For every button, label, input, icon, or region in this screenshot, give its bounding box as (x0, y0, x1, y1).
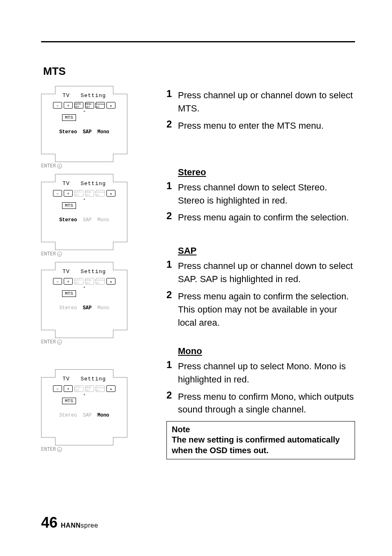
antenna-icon: Ψ (64, 385, 73, 392)
option-mono: Mono (97, 129, 109, 135)
enter-label: ENTER ↻ (41, 339, 127, 345)
osd-options-row: Stereo SAP Mono (46, 217, 123, 223)
osd-options-row: Stereo SAP Mono (46, 412, 123, 418)
channel-set-icon: Channel Set (96, 190, 105, 197)
page-number: 46 (41, 514, 58, 531)
osd-diagram-mono: TV Setting ▭ Ψ AUTO SET MENU SET Channel… (41, 369, 127, 452)
step-text: Press menu to confirm Mono, which output… (178, 389, 355, 417)
menu-set-icon: MENU SET (85, 190, 94, 197)
osd-options-row: Stereo SAP Mono (46, 305, 123, 311)
enter-icon: ↻ (57, 340, 62, 345)
enter-label: ENTER § (41, 163, 127, 169)
arrow-indicator: ▴ (46, 392, 123, 396)
note-title: Note (172, 425, 350, 434)
note-box: Note The new setting is confirmed automa… (166, 421, 355, 459)
option-sap: SAP (83, 129, 92, 135)
auto-set-icon: AUTO SET (74, 278, 83, 285)
step-number: 2 (166, 118, 174, 132)
sap-heading: SAP (178, 246, 355, 256)
option-mono: Mono (97, 412, 109, 418)
step-number: 1 (166, 88, 174, 115)
channel-set-icon: Channel Set (96, 102, 105, 109)
osd-icon-row: ▭ Ψ AUTO SET MENU SET Channel Set ◉ (46, 190, 123, 197)
tv-icon: ▭ (53, 385, 62, 392)
arrow-indicator: ▴ (46, 285, 123, 289)
cc-icon: ◉ (106, 190, 115, 197)
mts-label-box: MTS (62, 202, 76, 209)
osd-title: TV Setting (46, 376, 123, 382)
antenna-icon: Ψ (64, 102, 73, 109)
step-number: 2 (166, 289, 174, 329)
channel-set-icon: Channel Set (96, 385, 105, 392)
section-title-mts: MTS (43, 65, 355, 78)
enter-icon: ↻ (57, 447, 62, 452)
stereo-heading: Stereo (178, 167, 355, 178)
osd-diagrams-column: TV Setting ▭ Ψ AUTO SET MENU SET Channel… (41, 86, 127, 459)
intro-steps: 1 Press channel up or channel down to se… (166, 88, 355, 132)
note-text: The new setting is confirmed automatical… (172, 434, 350, 456)
mts-label-box: MTS (62, 290, 76, 297)
osd-icon-row: ▭ Ψ AUTO SET MENU SET Channel Set ◉ (46, 385, 123, 392)
step-2: 2 Press menu to enter the MTS menu. (166, 118, 355, 132)
osd-options-row: Stereo SAP Mono (46, 129, 123, 135)
channel-set-icon: Channel Set (96, 278, 105, 285)
auto-set-icon: AUTO SET (74, 385, 83, 392)
header-divider (41, 41, 355, 42)
cc-icon: ◉ (106, 102, 115, 109)
step-number: 1 (166, 259, 174, 286)
menu-set-icon: MENU SET (85, 278, 94, 285)
option-stereo: Stereo (59, 217, 77, 223)
step-2: 2 Press menu again to confirm the select… (166, 289, 355, 329)
enter-label: ENTER ↻ (41, 447, 127, 452)
step-text: Press menu again to confirm the selectio… (178, 289, 355, 329)
step-1: 1 Press channel down to select Stereo. S… (166, 180, 355, 207)
antenna-icon: Ψ (64, 278, 73, 285)
enter-icon: ↻ (57, 252, 62, 257)
step-text: Press menu to enter the MTS menu. (178, 118, 324, 132)
osd-diagram-1: TV Setting ▭ Ψ AUTO SET MENU SET Channel… (41, 86, 127, 169)
cc-icon: ◉ (106, 278, 115, 285)
sap-section: SAP 1 Press channel up or channel down t… (166, 246, 355, 329)
option-sap: SAP (83, 305, 92, 311)
instructions-column: 1 Press channel up or channel down to se… (166, 86, 355, 459)
step-1: 1 Press channel up or channel down to se… (166, 259, 355, 286)
osd-icon-row: ▭ Ψ AUTO SET MENU SET Channel Set ◉ (46, 102, 123, 109)
auto-set-icon: AUTO SET (74, 102, 83, 109)
step-2: 2 Press menu to confirm Mono, which outp… (166, 389, 355, 417)
step-text: Press channel up or channel down to sele… (178, 259, 355, 286)
menu-set-icon: MENU SET (85, 385, 94, 392)
option-mono: Mono (97, 305, 109, 311)
enter-icon: § (57, 164, 62, 169)
option-stereo: Stereo (59, 129, 77, 135)
step-text: Press channel up to select Mono. Mono is… (178, 359, 355, 386)
step-text: Press channel down to select Stereo. Ste… (178, 180, 355, 207)
step-number: 2 (166, 210, 174, 224)
menu-set-icon: MENU SET (85, 102, 94, 109)
step-text: Press menu again to confirm the selectio… (178, 210, 349, 224)
step-number: 1 (166, 359, 174, 386)
stereo-section: Stereo 1 Press channel down to select St… (166, 167, 355, 225)
step-1: 1 Press channel up or channel down to se… (166, 88, 355, 115)
option-sap: SAP (83, 412, 92, 418)
osd-title: TV Setting (46, 93, 123, 99)
arrow-indicator: ▴ (46, 109, 123, 113)
step-number: 2 (166, 389, 174, 417)
enter-label: ENTER ↻ (41, 251, 127, 257)
osd-icon-row: ▭ Ψ AUTO SET MENU SET Channel Set ◉ (46, 278, 123, 285)
content-row: TV Setting ▭ Ψ AUTO SET MENU SET Channel… (41, 86, 355, 459)
option-mono: Mono (97, 217, 109, 223)
option-stereo: Stereo (59, 305, 77, 311)
tv-icon: ▭ (53, 190, 62, 197)
osd-diagram-stereo: TV Setting ▭ Ψ AUTO SET MENU SET Channel… (41, 174, 127, 257)
option-stereo: Stereo (59, 412, 77, 418)
mono-heading: Mono (178, 346, 355, 357)
step-2: 2 Press menu again to confirm the select… (166, 210, 355, 224)
brand-logo: HANNspree (61, 522, 98, 529)
antenna-icon: Ψ (64, 190, 73, 197)
osd-title: TV Setting (46, 269, 123, 275)
step-text: Press channel up or channel down to sele… (178, 88, 355, 115)
tv-icon: ▭ (53, 102, 62, 109)
tv-icon: ▭ (53, 278, 62, 285)
step-number: 1 (166, 180, 174, 207)
mono-section: Mono 1 Press channel up to select Mono. … (166, 346, 355, 417)
